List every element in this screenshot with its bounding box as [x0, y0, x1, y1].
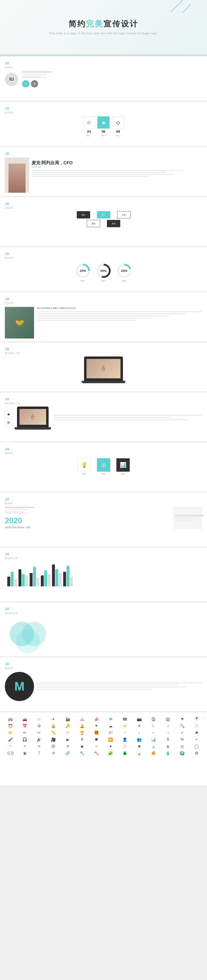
icon-lib-right: → — [161, 730, 175, 736]
icon-lib-paper: 📄 — [190, 723, 203, 729]
slide-5a-inner: .IU 组织架构 策划 → 设计 → 开发 测试 → 发布 — [0, 197, 207, 246]
icon-lib-chart-b: 📊 — [147, 737, 160, 743]
icon-lib-boat: ⛵ — [90, 716, 103, 722]
bottom-spacer — [0, 787, 207, 792]
icon-lib-building: 🏢 — [161, 716, 175, 722]
target-2: ◎ 目标 — [95, 458, 112, 475]
ml3 — [37, 686, 186, 688]
icon-lib-gear: ⚙ — [32, 723, 46, 729]
icon-lib-person: 👤 — [118, 737, 132, 743]
m-text — [37, 682, 202, 691]
icon-lib-plane: ✈ — [47, 716, 60, 722]
icon-lib-diamond: ◆ — [75, 743, 89, 749]
l3 — [53, 419, 187, 420]
icon-lib-recycle: ♻ — [190, 750, 203, 756]
data-2020-layout: 2020 美来美工商企业的未来，始终。 — [5, 507, 202, 529]
brand-11a: .IU — [5, 497, 202, 501]
laptop-base-2 — [14, 427, 51, 430]
icon-b2: ◎ — [5, 419, 12, 426]
icon-lib-trif: ▲ — [161, 743, 175, 749]
step-3: 开发 — [117, 211, 131, 218]
arrow-3: → — [101, 221, 106, 224]
circle-logo: IU — [5, 73, 18, 86]
icon-lib-reload: ↺ — [47, 750, 60, 756]
b2 — [11, 572, 14, 586]
bulb-icon: 💡 — [78, 458, 91, 472]
slide-title: 简约完美宣传设计 This slide is a copy of the fir… — [0, 0, 207, 54]
donut-1: 25% — [75, 263, 91, 279]
row-8: .IU 通向优秀人才组 🕯 .IU 通向优秀人才组 — [0, 343, 207, 391]
s9a-content: ◈ ◎ 🕯 — [5, 407, 202, 430]
pie-row: 25% 类别一 55% 类别二 — [5, 263, 202, 282]
subtitle-14a: 数据图表 — [5, 667, 202, 670]
step-1: 策划 — [77, 211, 90, 218]
b4 — [19, 570, 21, 586]
s9a-icons: ◈ ◎ — [5, 410, 12, 426]
stat-2: ◈ 56 数据二 — [97, 116, 110, 137]
icon-lib-down: ↓ — [132, 730, 146, 736]
icon-lib-earth: 🌍 — [175, 750, 189, 756]
slide-7a-inner: .IU 合作关系 🤝 我们与全球领先企业建立了战略合作伙伴关系 — [0, 293, 207, 341]
b12 — [48, 574, 51, 586]
data-right — [173, 507, 202, 529]
icon-lib-fire: 🔥 — [147, 750, 160, 756]
divider-top — [0, 55, 207, 56]
slide-13a-inner: .IU 数据图表分析 — [0, 603, 207, 656]
hs3 — [37, 315, 169, 317]
icon-lib-target: ◎ — [175, 743, 189, 749]
pie-3: 20% 类别三 — [116, 263, 132, 282]
b13 — [52, 565, 55, 586]
icon-lib-dollar: $ — [161, 737, 175, 743]
b17 — [67, 566, 70, 586]
icon-lib-sun: ☀ — [132, 723, 146, 729]
subtitle-10a: 项目展示 — [5, 452, 202, 455]
row-3: .IU 数据展示 ☆ 24 数据一 ◈ 56 数据二 ◇ 89 数据三 — [0, 102, 207, 146]
icon-lib-star: ☆ — [32, 716, 46, 722]
b1 — [7, 577, 10, 586]
subtitle-2a: 企业简介 — [5, 66, 202, 69]
dl1 — [5, 507, 34, 508]
sub-title: This slide is a copy of the first slide … — [49, 32, 158, 35]
dr2 — [175, 517, 199, 519]
step-2: 设计 — [97, 211, 110, 218]
bg-4 — [41, 571, 51, 586]
brand-8a: .IU — [5, 347, 202, 351]
icon-lib-bike: 🚲 — [75, 716, 89, 722]
data-left: 2020 美来美工商企业的未来，始终。 — [5, 507, 170, 529]
brand-3a: .IU — [5, 107, 202, 110]
pt3 — [32, 174, 174, 175]
b7 — [30, 573, 33, 586]
icon-lib-cross: ✖ — [190, 730, 203, 736]
b3 — [14, 579, 17, 586]
m-circle: M — [5, 672, 34, 701]
slide-4a-inner: .IU 麦克·阿列台局，CFO 首席财务官 — [0, 147, 207, 196]
row-13: .IU 数据图表分析 .IU SWOT·分析 S W O T — [0, 603, 207, 656]
icon-lib-video: 🎥 — [47, 737, 60, 743]
icon-lib-share: ⤴ — [32, 750, 46, 756]
subtitle-8a: 通向优秀人才组 — [5, 352, 202, 355]
icon-lib-heart: ♥ — [90, 723, 103, 729]
icon-b1: ◈ — [5, 410, 12, 418]
slide-10a: .IU 项目展示 💡 灯泡 ◎ 目标 📊 图表 — [0, 443, 207, 492]
hs1 — [37, 311, 202, 312]
brand-12a: .IU — [5, 552, 202, 556]
ml1 — [37, 682, 202, 683]
stat-3: ◇ 89 数据三 — [112, 116, 124, 137]
icon-lib-percent: % — [175, 737, 189, 743]
icon-lib-tree: 🌲 — [118, 750, 132, 756]
donut-3: 20% — [116, 263, 132, 279]
slide-10a-inner: .IU 项目展示 💡 灯泡 ◎ 目标 📊 图表 — [0, 443, 207, 492]
avatar-1: A — [22, 80, 29, 88]
row-2: .IU 企业简介 IU A B — [0, 57, 207, 100]
icon-lib-leaf: 🍃 — [132, 750, 146, 756]
line2 — [22, 74, 46, 75]
brand-7a: .IU — [5, 297, 202, 301]
icon-lib-scissors: ✂ — [32, 730, 46, 736]
venn-3 — [16, 629, 40, 654]
content-2a: IU A B — [5, 71, 202, 88]
slide-14a: .IU 数据图表 M — [0, 657, 207, 711]
laptop-screen-img: 🕯 — [86, 359, 121, 379]
b15 — [59, 573, 62, 586]
handshake-image: 🤝 — [5, 307, 34, 339]
slide-8a: .IU 通向优秀人才组 🕯 — [0, 343, 207, 391]
